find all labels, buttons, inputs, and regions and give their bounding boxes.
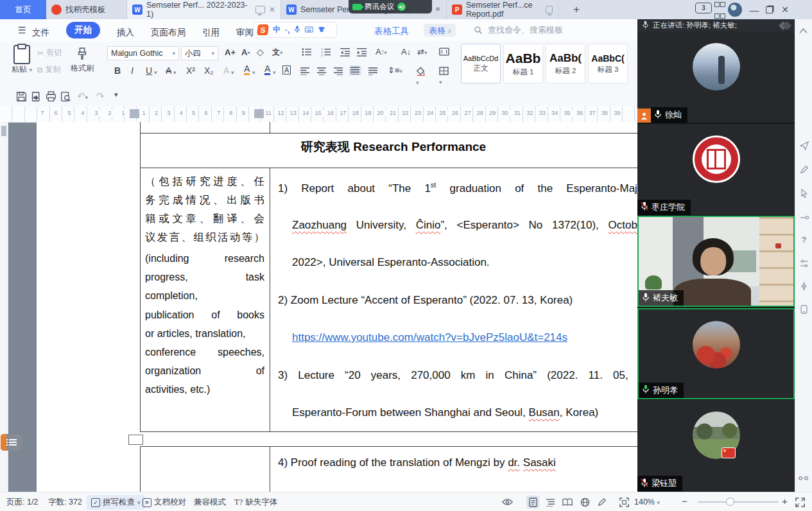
cell-text-line: (including research (145, 249, 264, 268)
participant-label: 孙明孝 (639, 383, 684, 398)
document-section-title: 研究表现 Research Performance (140, 139, 647, 155)
host-person-icon (637, 108, 651, 123)
lightning-icon[interactable] (799, 281, 809, 291)
zoom-level[interactable]: 140% ▾ (634, 498, 660, 507)
participant-avatar (693, 321, 740, 368)
spellcheck-word: Ĉinio (416, 219, 441, 231)
document-text-line: 3) Lecture “20 years, 270,000 km in Chin… (278, 369, 647, 382)
tablet-icon[interactable] (799, 304, 809, 315)
table-left-cell: （包括研究进度、任务完成情况、出版书籍或文章、翻译、会议发言、组织活动等）(in… (145, 172, 264, 399)
x-box-icon: ✕ (143, 498, 151, 507)
cell-text-line: 议发言、组织活动等） (145, 228, 264, 247)
meeting-panel[interactable]: 正在讲话: 孙明孝; 褚夫敏; 徐灿枣庄学院褚夫敏孙明孝梁钰堃 (637, 19, 795, 492)
participant-tile[interactable]: 枣庄学院 (637, 124, 795, 215)
document-text-line: 2022>, Universal Esperanto-Association. (292, 256, 490, 269)
mic-muted-icon (641, 478, 648, 489)
cell-text-line: progress, task (145, 268, 264, 286)
page-view-icon[interactable] (526, 496, 539, 508)
speaking-status: 正在讲话: 孙明孝; 褚夫敏; (653, 21, 737, 30)
participant-label: 枣庄学院 (637, 200, 691, 215)
hyperlink[interactable]: https://www.youtube.com/watch?v=bJvePz5l… (292, 331, 567, 343)
participant-avatar (693, 135, 740, 183)
cell-text-line: activities, etc.) (145, 380, 264, 399)
mic-icon (642, 293, 650, 304)
check-icon: ✓ (91, 498, 100, 507)
spellcheck-word: Busan (529, 406, 560, 419)
zoom-out-button[interactable]: − (682, 496, 687, 507)
participant-name: 枣庄学院 (652, 202, 685, 213)
sliders-icon[interactable] (799, 258, 809, 269)
dots-icon[interactable]: oo (799, 472, 809, 483)
zoom-slider-knob[interactable] (726, 498, 734, 506)
participant-tile[interactable]: 梁钰堃 (637, 400, 795, 491)
document-text-line: Zaozhuang University, Ĉinio”, <Esperanto… (292, 219, 647, 232)
flag-badge-icon (721, 447, 736, 458)
pencil-icon[interactable] (799, 164, 809, 175)
fit-page-icon[interactable] (618, 496, 630, 508)
paper-plane-icon[interactable] (799, 140, 809, 151)
participant-name: 褚夫敏 (653, 292, 678, 304)
wps-window: 首页 找稻壳模板 W Semseter Perf... 2022-2023-1)… (0, 0, 812, 511)
cell-text-line: conference speeches, (145, 343, 264, 361)
side-toolbar: ?oo (795, 19, 812, 492)
word-count[interactable]: 字数: 372 (48, 497, 82, 508)
mic-icon (654, 110, 662, 121)
participant-label: 梁钰堃 (637, 476, 682, 491)
participant-tile[interactable]: 褚夫敏 (637, 216, 795, 307)
chevron-up-icon[interactable] (799, 24, 808, 36)
camera-icon (352, 4, 361, 10)
document-text-line: https://www.youtube.com/watch?v=bJvePz5l… (292, 331, 567, 344)
missing-font-button[interactable]: T? 缺失字体 (234, 497, 277, 508)
participant-name: 梁钰堃 (652, 478, 677, 489)
document-text-line: 4) Proof reading of the translation of M… (278, 456, 556, 469)
cell-text-line: publication of books (145, 306, 264, 324)
cell-text-line: 籍或文章、翻译、会 (145, 209, 264, 228)
floating-toolbox-button[interactable] (1, 434, 22, 451)
compat-mode-label[interactable]: 兼容模式 (194, 497, 226, 508)
cell-text-line: 务完成情况、出版书 (145, 191, 264, 209)
meeting-header[interactable]: 正在讲话: 孙明孝; 褚夫敏; (637, 19, 795, 31)
page-indicator: 页面: 1/2 (6, 497, 38, 508)
participant-label: 徐灿 (651, 107, 687, 123)
cell-text-line: or articles, translation, (145, 324, 264, 343)
zoom-in-button[interactable]: + (782, 496, 788, 507)
outline-view-icon[interactable] (544, 496, 557, 508)
fullscreen-icon[interactable] (793, 496, 806, 508)
cursor-icon[interactable] (799, 187, 809, 198)
cell-text-line: organization of (145, 361, 264, 380)
participant-tile[interactable]: 徐灿 (637, 31, 795, 123)
participant-name: 徐灿 (665, 109, 682, 121)
spellcheck-toggle[interactable]: ✓ 拼写检查▾ (87, 495, 145, 510)
mic-muted-icon (641, 202, 648, 212)
table-split-handle[interactable] (128, 435, 143, 445)
status-bar: 页面: 1/2 字数: 372 ✓ 拼写检查▾ ✕ 文档校对 兼容模式 T? 缺… (0, 492, 812, 511)
document-text-line: 2) Zoom Lecture “Accent of Esperanto” (2… (278, 294, 573, 307)
web-view-icon[interactable] (578, 496, 591, 508)
cell-text-line: completion, (145, 286, 264, 305)
proofread-button[interactable]: ✕ 文档校对 (143, 497, 186, 508)
meeting-overlay-pill[interactable]: 腾讯会议 ◂)) (349, 0, 432, 13)
participant-tile[interactable]: 孙明孝 (637, 308, 795, 399)
speaker-icon: ◂)) (397, 3, 406, 11)
document-text-line: Esperanto-Forum between Shanghai and Seo… (292, 406, 598, 419)
cell-text-line: （包括研究进度、任 (145, 172, 264, 191)
eye-protect-icon[interactable] (501, 496, 514, 508)
zoom-slider-track[interactable] (698, 501, 779, 503)
spellcheck-word: dr. (508, 456, 520, 469)
mic-icon (642, 20, 649, 31)
minus-circle-icon[interactable] (799, 212, 809, 223)
help-icon[interactable]: ? (799, 234, 809, 245)
document-text-line: 1) Report about “The 1st graduation of t… (278, 181, 647, 195)
missing-font-icon: T? (234, 498, 243, 507)
participant-name: 孙明孝 (653, 385, 678, 396)
pen-mode-icon[interactable] (596, 496, 609, 508)
participant-label: 褚夫敏 (639, 290, 684, 306)
book-view-icon[interactable] (561, 496, 574, 508)
spellcheck-word: Zaozhuang (292, 219, 347, 231)
participant-avatar (693, 43, 740, 91)
spellcheck-word: Sasaki (523, 456, 556, 469)
mic-icon (642, 385, 650, 395)
meeting-logo-icon (780, 22, 790, 29)
